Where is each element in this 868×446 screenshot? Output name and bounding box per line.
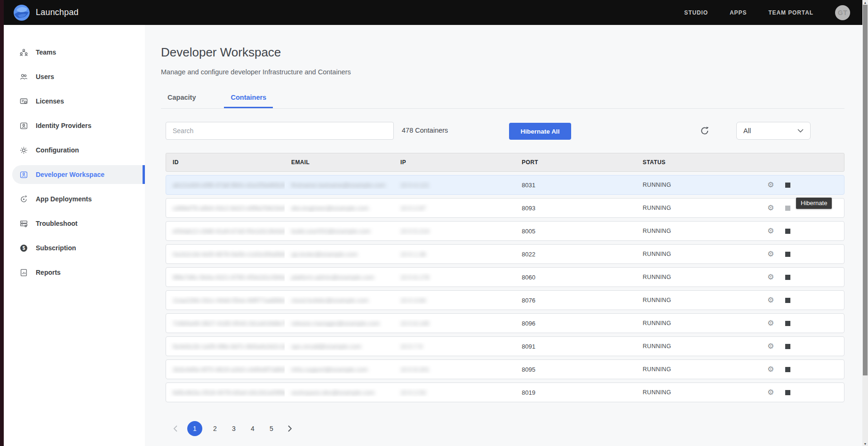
container-email-redacted: firstname.lastname@example.com [291, 182, 385, 189]
table-row[interactable]: 2b3c4d5e-6f70-4819-a2b3-c4d5e6f7a8b9-090… [166, 359, 844, 379]
stop-icon[interactable] [785, 183, 790, 188]
refresh-icon[interactable] [700, 126, 710, 136]
container-ip-redacted: 10.0.2.87 [400, 205, 426, 212]
settings-gear-icon[interactable]: ⚙ [767, 319, 774, 327]
hibernate-all-button[interactable]: Hibernate All [509, 123, 571, 140]
container-ip-redacted: 10.0.1.36 [400, 251, 426, 258]
app-deployments-icon [19, 194, 28, 204]
container-id-redacted: 0a1b2c3d-4e5f-4678-9a0b-c1d2e3f4a5b6-041… [173, 251, 285, 258]
teams-icon [19, 48, 28, 57]
tab-containers[interactable]: Containers [224, 89, 273, 108]
container-email-redacted: qa.tester@example.com [291, 251, 358, 258]
topbar-link-team-portal[interactable]: TEAM PORTAL [768, 9, 813, 16]
settings-gear-icon[interactable]: ⚙ [767, 342, 774, 350]
container-status: RUNNING [636, 320, 766, 327]
page-number-2[interactable]: 2 [209, 422, 221, 435]
page-number-5[interactable]: 5 [265, 422, 278, 435]
brand: Launchpad [13, 4, 79, 21]
stop-icon[interactable] [785, 298, 790, 303]
main-content: Developer Workspace Manage and configure… [161, 25, 844, 436]
container-status: RUNNING [636, 228, 766, 234]
settings-gear-icon[interactable]: ⚙ [767, 227, 774, 235]
table-row[interactable]: 0a1b2c3d-4e5f-4678-9a0b-c1d2e3f4a5b6-041… [166, 244, 844, 264]
stop-icon[interactable] [785, 252, 790, 257]
sidebar-item-label: App Deployments [36, 195, 92, 203]
table-row[interactable]: 9f8e7d6c-5b4a-4321-8765-4f3e2d1c0b9a-055… [166, 267, 844, 287]
container-email-redacted: infra.support@example.com [291, 366, 368, 373]
sidebar-item-reports[interactable]: Reports [12, 263, 145, 282]
sidebar-item-identity-providers[interactable]: Identity Providers [12, 116, 145, 135]
container-email-redacted: platform.admin@example.com [291, 274, 374, 281]
stop-icon[interactable] [785, 390, 790, 395]
sidebar-item-teams[interactable]: Teams [12, 43, 145, 62]
sidebar-item-users[interactable]: Users [12, 67, 145, 86]
settings-gear-icon[interactable]: ⚙ [767, 366, 774, 373]
stop-icon[interactable] [785, 367, 790, 372]
scrollbar-up-arrow[interactable]: ▲ [862, 0, 868, 5]
stop-icon[interactable] [785, 275, 790, 280]
stop-icon[interactable] [785, 344, 790, 349]
settings-gear-icon[interactable]: ⚙ [767, 181, 774, 189]
chevron-right-icon[interactable] [284, 423, 295, 434]
settings-gear-icon[interactable]: ⚙ [767, 204, 774, 212]
container-status: RUNNING [636, 205, 766, 211]
sidebar-item-licenses[interactable]: Licenses [12, 92, 145, 111]
container-ip-redacted: 10.0.8.145 [400, 320, 429, 327]
topbar-link-studio[interactable]: STUDIO [684, 9, 708, 16]
page-subtitle: Manage and configure developer Infrastru… [161, 68, 844, 76]
topbar-links: STUDIO APPS TEAM PORTAL GT [684, 5, 850, 20]
table-row[interactable]: cd98ef76-a5b4-43c2-8d10-e9f8a7b6c5d4-012… [166, 198, 844, 218]
table-row[interactable]: ef34ab12-c9d8-41e6-b7a5-f0e1d2c3b4a5-030… [166, 221, 844, 241]
table-row[interactable]: 7c6b5a49-3827-4165-9043-2b1a0c9d8e7f-073… [166, 313, 844, 333]
page-number-1[interactable]: 1 [187, 421, 202, 436]
filter-dropdown-value: All [743, 127, 751, 135]
table-row[interactable]: 11aa22bb-33cc-44dd-55ee-66ff77aa88bb-062… [166, 290, 844, 310]
stop-icon[interactable] [785, 321, 790, 326]
scrollbar-down-arrow[interactable]: ▼ [862, 441, 868, 446]
stop-icon[interactable] [785, 229, 790, 234]
sidebar-item-troubleshoot[interactable]: Troubleshoot [12, 214, 145, 233]
table-row[interactable]: 6d5c4b3a-2918-4076-b5a4-d3c2b1a09f8e-104… [166, 382, 844, 402]
sidebar-item-app-deployments[interactable]: App Deployments [12, 190, 145, 208]
container-count: 478 Containers [402, 127, 448, 134]
settings-gear-icon[interactable]: ⚙ [767, 389, 774, 396]
user-avatar[interactable]: GT [835, 5, 850, 20]
stop-icon[interactable] [785, 206, 790, 211]
table-row[interactable]: ab12cd34-e5f6-47a8-9b0c-d1e2f3a4b5c6-009… [166, 175, 844, 195]
container-id-redacted: 2b3c4d5e-6f70-4819-a2b3-c4d5e6f7a8b9-090… [173, 366, 285, 373]
container-ip-redacted: 10.0.2.53 [400, 389, 426, 396]
scrollbar[interactable]: ▲ ▼ [862, 0, 868, 446]
table-row[interactable]: 5e4d3c2b-1a09-4f8e-8d7c-6b5a4e3d2c1b-081… [166, 336, 844, 356]
settings-gear-icon[interactable]: ⚙ [767, 250, 774, 258]
column-header-port: PORT [515, 159, 636, 166]
column-header-email: EMAIL [285, 159, 394, 166]
sidebar-item-developer-workspace[interactable]: Developer Workspace [12, 165, 145, 184]
container-port: 8095 [515, 366, 636, 373]
container-port: 8022 [515, 251, 636, 258]
search-input[interactable] [166, 122, 394, 140]
sidebar-item-configuration[interactable]: Configuration [12, 141, 145, 159]
tab-capacity[interactable]: Capacity [161, 89, 202, 108]
settings-gear-icon[interactable]: ⚙ [767, 273, 774, 281]
licenses-icon [19, 96, 28, 106]
sidebar-item-label: Identity Providers [36, 122, 91, 129]
toolbar: 478 Containers Hibernate All All [161, 122, 844, 141]
page-title: Developer Workspace [161, 45, 844, 60]
topbar-link-apps[interactable]: APPS [730, 9, 747, 16]
chevron-down-icon [797, 129, 804, 133]
container-status: RUNNING [636, 274, 766, 280]
container-email-redacted: workspace.dev@example.com [291, 389, 374, 396]
container-email-redacted: ops.oncall@example.com [291, 343, 361, 350]
sidebar-item-label: Configuration [36, 146, 79, 154]
tab-bar: Capacity Containers [161, 89, 844, 109]
filter-dropdown[interactable]: All [736, 122, 811, 140]
chevron-left-icon[interactable] [169, 423, 181, 434]
container-ip-redacted: 10.0.6.178 [400, 274, 429, 281]
settings-gear-icon[interactable]: ⚙ [767, 296, 774, 304]
brand-title: Launchpad [36, 8, 79, 17]
page-number-3[interactable]: 3 [228, 422, 240, 435]
container-email-redacted: dev.engineer@example.com [291, 205, 369, 212]
scrollbar-thumb[interactable] [863, 5, 868, 375]
page-number-4[interactable]: 4 [247, 422, 259, 435]
sidebar-item-subscription[interactable]: $ Subscription [12, 239, 145, 257]
